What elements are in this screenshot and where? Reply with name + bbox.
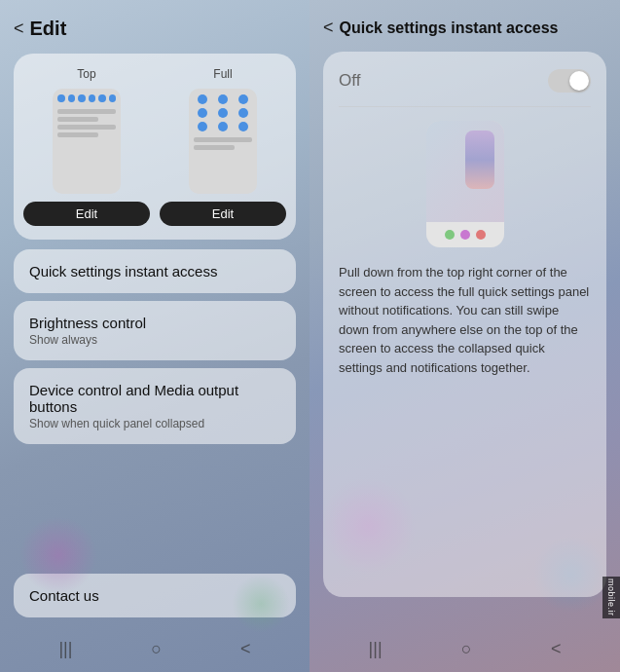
fdot-3 — [238, 94, 248, 104]
phone-illustration — [426, 121, 504, 247]
left-nav-circle[interactable]: ○ — [151, 639, 162, 659]
toggle-switch[interactable] — [548, 69, 591, 93]
phone-bottom-dots — [426, 222, 504, 247]
dot-2 — [68, 94, 76, 102]
left-title: Edit — [30, 18, 67, 40]
dot-5 — [98, 94, 106, 102]
right-nav-circle[interactable]: ○ — [461, 639, 472, 659]
watermark: mobile.ir — [602, 577, 620, 618]
edit-full-button[interactable]: Edit — [160, 202, 286, 226]
top-phone-mockup — [53, 89, 121, 194]
right-title: Quick settings instant access — [340, 19, 559, 37]
fdot-4 — [198, 108, 207, 118]
edit-card-full: Full Edit — [160, 67, 286, 226]
fdot-1 — [198, 94, 207, 104]
phone-illustration-container — [339, 121, 591, 247]
full-phone-mockup — [189, 89, 257, 194]
mockup-lines — [57, 109, 116, 137]
fdot-8 — [218, 122, 228, 131]
fdot-9 — [238, 122, 248, 131]
contact-us-item[interactable]: Contact us — [14, 574, 296, 617]
left-nav-lines[interactable]: ||| — [58, 639, 72, 659]
dot-1 — [57, 94, 65, 102]
quick-settings-title: Quick settings instant access — [29, 263, 280, 280]
toggle-label: Off — [339, 71, 360, 91]
device-control-item[interactable]: Device control and Media output buttons … — [14, 368, 296, 444]
fdot-7 — [198, 122, 207, 131]
dot-4 — [89, 94, 96, 102]
left-nav-back[interactable]: < — [240, 639, 251, 659]
right-nav-back[interactable]: < — [551, 639, 562, 659]
right-content: Off Pull down from the top right corner … — [323, 52, 606, 597]
contact-us-title: Contact us — [29, 587, 280, 604]
brightness-control-title: Brightness control — [29, 315, 280, 331]
top-card-label: Top — [77, 67, 95, 81]
phone-dot-green — [445, 230, 455, 240]
dot-3 — [78, 94, 86, 102]
top-dots-row — [57, 94, 116, 102]
right-back-arrow[interactable]: < — [323, 18, 334, 38]
full-dots-grid — [194, 94, 252, 131]
edit-cards-container: Top Edit Ful — [14, 54, 296, 240]
brightness-control-item[interactable]: Brightness control Show always — [14, 301, 296, 360]
line-3 — [57, 125, 116, 130]
line-2 — [57, 117, 98, 122]
dot-6 — [109, 94, 117, 102]
quick-settings-item[interactable]: Quick settings instant access — [14, 249, 296, 293]
left-back-arrow[interactable]: < — [14, 19, 24, 39]
fline-1 — [194, 137, 252, 142]
edit-top-button[interactable]: Edit — [23, 202, 150, 226]
phone-dot-red — [476, 230, 486, 240]
fdot-6 — [238, 108, 248, 118]
edit-card-top: Top Edit — [23, 67, 150, 226]
description-text: Pull down from the top right corner of t… — [339, 263, 591, 377]
left-header: < Edit — [14, 0, 296, 54]
right-panel: < Quick settings instant access Off Pull — [310, 0, 620, 672]
toggle-row: Off — [339, 69, 591, 107]
fdot-5 — [218, 108, 228, 118]
line-4 — [57, 132, 98, 137]
brightness-control-subtitle: Show always — [29, 333, 280, 347]
fline-2 — [194, 145, 235, 150]
phone-screen-gradient — [465, 131, 494, 189]
full-mockup-lines — [194, 137, 252, 150]
device-control-title: Device control and Media output buttons — [29, 382, 280, 415]
left-nav-bar: ||| ○ < — [0, 625, 310, 672]
phone-dot-purple — [460, 230, 470, 240]
phone-screen-top — [426, 121, 504, 222]
right-nav-bar: ||| ○ < — [310, 625, 620, 672]
left-panel: < Edit Top — [0, 0, 310, 672]
fdot-2 — [218, 94, 228, 104]
device-control-subtitle: Show when quick panel collapsed — [29, 417, 280, 430]
full-card-label: Full — [213, 67, 232, 81]
right-header: < Quick settings instant access — [323, 0, 606, 52]
right-nav-lines[interactable]: ||| — [369, 639, 383, 659]
line-1 — [57, 109, 116, 114]
